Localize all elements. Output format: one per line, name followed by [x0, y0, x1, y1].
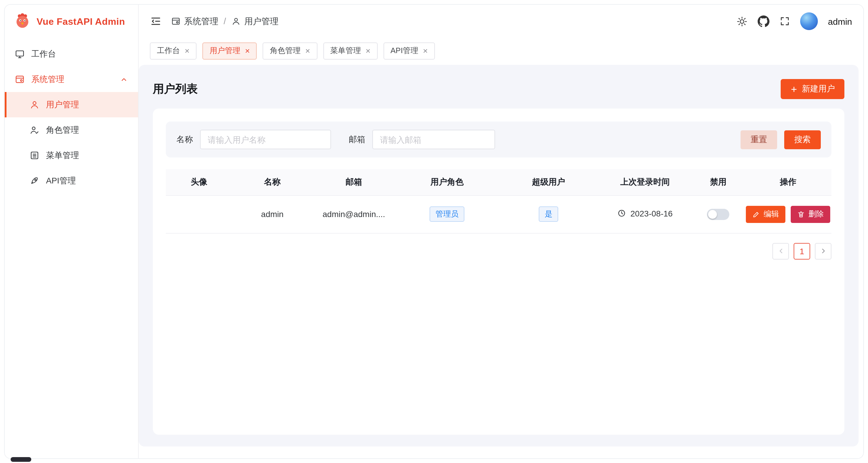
- disable-toggle[interactable]: [707, 208, 729, 220]
- rooster-logo-icon: [13, 12, 31, 32]
- close-icon[interactable]: ×: [423, 46, 428, 55]
- close-icon[interactable]: ×: [185, 46, 189, 55]
- superuser-badge: 是: [539, 206, 558, 222]
- table-row: admin admin@admin.... 管理员 是: [166, 195, 831, 233]
- col-email: 邮箱: [312, 169, 395, 195]
- cell-role: 管理员: [395, 195, 499, 233]
- fullscreen-icon: [779, 16, 790, 27]
- app-window: Vue FastAPI Admin 工作台 系统管理: [5, 5, 863, 458]
- sidebar-item-label: 系统管理: [31, 74, 64, 85]
- breadcrumb: 系统管理 / 用户管理: [171, 15, 279, 27]
- name-filter-label: 名称: [177, 134, 193, 145]
- breadcrumb-item-users[interactable]: 用户管理: [231, 15, 279, 27]
- user-icon: [231, 16, 241, 26]
- github-icon: [758, 15, 770, 27]
- breadcrumb-label: 系统管理: [184, 15, 218, 27]
- create-user-button[interactable]: 新建用户: [781, 79, 844, 99]
- sidebar-item-label: API管理: [46, 175, 76, 186]
- user-check-icon: [30, 125, 39, 135]
- users-card: 名称 邮箱 重置 搜索: [153, 108, 844, 435]
- sidebar: Vue FastAPI Admin 工作台 系统管理: [5, 5, 139, 458]
- cell-superuser: 是: [499, 195, 598, 233]
- col-superuser: 超级用户: [499, 169, 598, 195]
- tag-api[interactable]: API管理 ×: [383, 42, 435, 59]
- trash-icon: [797, 210, 805, 218]
- cell-name: admin: [232, 195, 312, 233]
- sidebar-item-roles[interactable]: 角色管理: [5, 118, 138, 143]
- sidebar-item-label: 菜单管理: [46, 150, 79, 161]
- tag-label: 角色管理: [270, 45, 301, 56]
- theme-toggle-button[interactable]: [736, 15, 748, 27]
- reset-button[interactable]: 重置: [741, 130, 777, 149]
- fullscreen-button[interactable]: [779, 16, 790, 27]
- monitor-icon: [15, 49, 25, 59]
- pagination: 1: [166, 243, 831, 259]
- tag-label: API管理: [391, 45, 418, 56]
- users-table: 头像 名称 邮箱 用户角色 超级用户 上次登录时间 禁用 操作: [166, 169, 831, 233]
- filter-bar: 名称 邮箱 重置 搜索: [166, 122, 831, 158]
- page-number-button[interactable]: 1: [794, 243, 810, 259]
- dock-indicator: [11, 457, 31, 462]
- col-actions: 操作: [745, 169, 831, 195]
- pencil-icon: [752, 210, 760, 218]
- tag-users[interactable]: 用户管理 ×: [203, 42, 257, 59]
- create-user-label: 新建用户: [802, 84, 835, 94]
- email-filter-input[interactable]: [372, 130, 495, 149]
- cell-last-login: 2023-08-16: [598, 195, 691, 233]
- tag-roles[interactable]: 角色管理 ×: [263, 42, 317, 59]
- tag-label: 用户管理: [210, 45, 240, 56]
- app-title: Vue FastAPI Admin: [37, 16, 125, 27]
- content: 用户列表 新建用户 名称: [139, 64, 863, 458]
- close-icon[interactable]: ×: [366, 46, 370, 55]
- menu-list-icon: [30, 151, 39, 160]
- page-title: 用户列表: [153, 81, 198, 97]
- chevron-up-icon: [120, 75, 128, 84]
- delete-label: 删除: [808, 209, 824, 220]
- cell-disabled: [691, 195, 745, 233]
- name-filter-group: 名称: [177, 130, 331, 149]
- system-gear-icon: [15, 74, 25, 84]
- name-filter-input[interactable]: [200, 130, 331, 149]
- tag-menus[interactable]: 菜单管理 ×: [323, 42, 377, 59]
- tag-label: 菜单管理: [330, 45, 361, 56]
- sidebar-item-workbench[interactable]: 工作台: [5, 41, 138, 67]
- edit-label: 编辑: [764, 209, 779, 220]
- plus-icon: [790, 85, 798, 93]
- role-badge: 管理员: [430, 206, 464, 222]
- sidebar-item-users[interactable]: 用户管理: [5, 92, 138, 118]
- delete-button[interactable]: 删除: [791, 205, 830, 223]
- user-avatar[interactable]: [800, 12, 818, 30]
- cell-actions: 编辑 删除: [745, 195, 831, 233]
- edit-button[interactable]: 编辑: [746, 205, 785, 223]
- chevron-right-icon: [819, 247, 827, 255]
- tag-label: 工作台: [157, 45, 180, 56]
- logo[interactable]: Vue FastAPI Admin: [5, 5, 138, 39]
- sidebar-item-menus[interactable]: 菜单管理: [5, 143, 138, 168]
- top-bar-actions: admin: [736, 12, 852, 30]
- system-gear-icon: [171, 16, 181, 26]
- main-area: 系统管理 / 用户管理: [139, 5, 863, 458]
- sidebar-item-label: 用户管理: [46, 99, 79, 110]
- content-panel: 用户列表 新建用户 名称: [139, 65, 859, 447]
- github-button[interactable]: [758, 15, 770, 27]
- collapse-menu-icon: [150, 15, 162, 27]
- table-header-row: 头像 名称 邮箱 用户角色 超级用户 上次登录时间 禁用 操作: [166, 169, 831, 195]
- sidebar-item-label: 工作台: [31, 49, 56, 59]
- screen: Vue FastAPI Admin 工作台 系统管理: [0, 0, 868, 463]
- close-icon[interactable]: ×: [245, 46, 250, 55]
- breadcrumb-item-system[interactable]: 系统管理: [171, 15, 218, 27]
- sidebar-item-api[interactable]: API管理: [5, 168, 138, 194]
- search-button[interactable]: 搜索: [784, 130, 821, 149]
- col-disabled: 禁用: [691, 169, 745, 195]
- sidebar-collapse-button[interactable]: [150, 15, 162, 27]
- tag-workbench[interactable]: 工作台 ×: [150, 42, 196, 59]
- sidebar-item-system[interactable]: 系统管理: [5, 67, 138, 92]
- prev-page-button[interactable]: [772, 243, 789, 259]
- rocket-icon: [30, 176, 39, 186]
- col-name: 名称: [232, 169, 312, 195]
- username-label[interactable]: admin: [828, 16, 852, 26]
- filter-actions: 重置 搜索: [741, 130, 821, 149]
- close-icon[interactable]: ×: [305, 46, 310, 55]
- tags-bar: 工作台 × 用户管理 × 角色管理 × 菜单管理 × API管理 ×: [139, 38, 863, 64]
- next-page-button[interactable]: [815, 243, 831, 259]
